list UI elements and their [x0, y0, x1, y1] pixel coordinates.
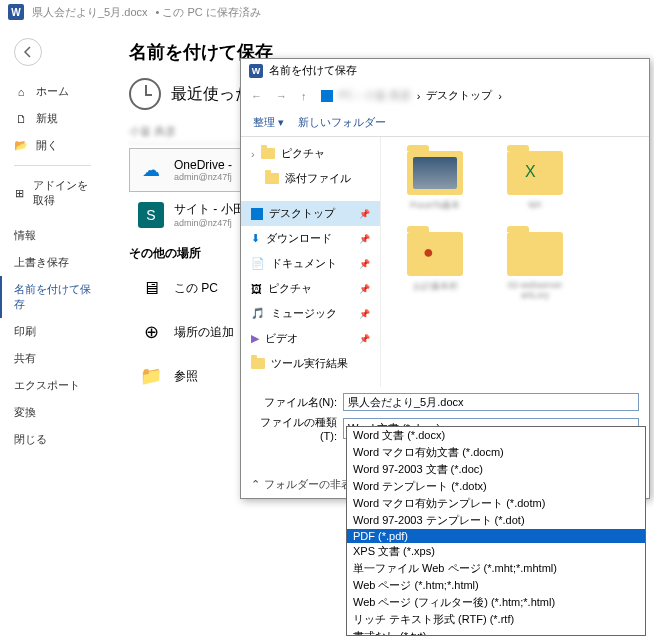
- file-grid: PoceITs藤本 Xspc ●お計藤本村 02-webserver artLo…: [381, 137, 649, 387]
- tree-desktop[interactable]: デスクトップ📌: [241, 201, 380, 226]
- pin-icon[interactable]: 📌: [359, 234, 370, 244]
- document-icon: 📄: [251, 257, 265, 270]
- nav-transform[interactable]: 変換: [0, 399, 105, 426]
- folder-tile[interactable]: PoceITs藤本: [395, 151, 475, 212]
- dropdown-option[interactable]: Word マクロ有効テンプレート (*.dotm): [347, 495, 645, 512]
- tree-pictures[interactable]: ›ピクチャ: [241, 141, 380, 166]
- onedrive-icon: ☁: [138, 157, 164, 183]
- folder-icon: [251, 358, 265, 369]
- dropdown-option[interactable]: Web ページ (*.htm;*.html): [347, 577, 645, 594]
- desktop-icon: [251, 208, 263, 220]
- backstage-sidebar: ⌂ホーム 🗋新規 📂開く ⊞アドインを取得 情報 上書き保存 名前を付けて保存 …: [0, 24, 105, 641]
- nav-info[interactable]: 情報: [0, 222, 105, 249]
- nav-back-icon[interactable]: ←: [251, 90, 262, 102]
- nav-save[interactable]: 上書き保存: [0, 249, 105, 276]
- nav-close[interactable]: 閉じる: [0, 426, 105, 453]
- pin-icon[interactable]: 📌: [359, 309, 370, 319]
- nav-saveas[interactable]: 名前を付けて保存: [0, 276, 105, 318]
- pin-icon[interactable]: 📌: [359, 334, 370, 344]
- word-app-icon: W: [8, 4, 24, 20]
- tree-music[interactable]: 🎵ミュージック📌: [241, 301, 380, 326]
- video-icon: ▶: [251, 332, 259, 345]
- pin-icon[interactable]: 📌: [359, 259, 370, 269]
- folder-tile[interactable]: 02-webserver artLory: [495, 232, 575, 300]
- chevron-up-icon: ⌃: [251, 478, 260, 491]
- title-filename: 県人会だより_5月.docx: [32, 5, 148, 20]
- drive-icon: [321, 90, 333, 102]
- folder-tile[interactable]: ●お計藤本村: [395, 232, 475, 300]
- dropdown-option-pdf[interactable]: PDF (*.pdf): [347, 529, 645, 543]
- home-icon: ⌂: [14, 85, 28, 99]
- open-icon: 📂: [14, 139, 28, 153]
- nav-home[interactable]: ⌂ホーム: [0, 78, 105, 105]
- nav-forward-icon[interactable]: →: [276, 90, 287, 102]
- title-saved: • この PC に保存済み: [156, 5, 261, 20]
- nav-up-icon[interactable]: ↑: [301, 90, 307, 102]
- folder-tree: ›ピクチャ 添付ファイル デスクトップ📌 ⬇ダウンロード📌 📄ドキュメント📌 🖼…: [241, 137, 381, 387]
- nav-addins[interactable]: ⊞アドインを取得: [0, 172, 105, 214]
- nav-share[interactable]: 共有: [0, 345, 105, 372]
- pc-icon: 🖥: [138, 275, 164, 301]
- arrow-left-icon: [21, 45, 35, 59]
- folder-icon: [265, 173, 279, 184]
- filename-input[interactable]: [343, 393, 639, 411]
- sharepoint-icon: S: [138, 202, 164, 228]
- tree-pictures2[interactable]: 🖼ピクチャ📌: [241, 276, 380, 301]
- addins-icon: ⊞: [14, 186, 25, 200]
- filetype-label: ファイルの種類(T):: [251, 415, 337, 442]
- tree-documents[interactable]: 📄ドキュメント📌: [241, 251, 380, 276]
- pin-icon[interactable]: 📌: [359, 284, 370, 294]
- pin-icon[interactable]: 📌: [359, 209, 370, 219]
- tree-attach[interactable]: 添付ファイル: [241, 166, 380, 191]
- titlebar: W 県人会だより_5月.docx • この PC に保存済み: [0, 0, 654, 24]
- dropdown-option[interactable]: XPS 文書 (*.xps): [347, 543, 645, 560]
- dropdown-option[interactable]: Word テンプレート (*.dotx): [347, 478, 645, 495]
- folder-tile[interactable]: Xspc: [495, 151, 575, 212]
- nav-export[interactable]: エクスポート: [0, 372, 105, 399]
- dropdown-option[interactable]: 単一ファイル Web ページ (*.mht;*.mhtml): [347, 560, 645, 577]
- nav-open[interactable]: 📂開く: [0, 132, 105, 159]
- dropdown-option[interactable]: Word 97-2003 文書 (*.doc): [347, 461, 645, 478]
- word-app-icon: W: [249, 64, 263, 78]
- dialog-titlebar: W 名前を付けて保存: [241, 59, 649, 82]
- nav-new[interactable]: 🗋新規: [0, 105, 105, 132]
- dropdown-option[interactable]: リッチ テキスト形式 (RTF) (*.rtf): [347, 611, 645, 628]
- folder-icon: [261, 148, 275, 159]
- dialog-toolbar: 整理 ▾ 新しいフォルダー: [241, 109, 649, 137]
- filename-label: ファイル名(N):: [251, 395, 337, 410]
- newfolder-button[interactable]: 新しいフォルダー: [298, 115, 386, 130]
- dropdown-option[interactable]: Word 文書 (*.docx): [347, 427, 645, 444]
- back-button[interactable]: [14, 38, 42, 66]
- folder-icon: ●: [407, 232, 463, 276]
- dropdown-option[interactable]: Web ページ (フィルター後) (*.htm;*.html): [347, 594, 645, 611]
- browse-icon: 📁: [138, 363, 164, 389]
- addplace-icon: ⊕: [138, 319, 164, 345]
- folder-icon: [407, 151, 463, 195]
- tree-downloads[interactable]: ⬇ダウンロード📌: [241, 226, 380, 251]
- nav-print[interactable]: 印刷: [0, 318, 105, 345]
- download-icon: ⬇: [251, 232, 260, 245]
- music-icon: 🎵: [251, 307, 265, 320]
- new-icon: 🗋: [14, 112, 28, 126]
- dialog-nav: ← → ↑ PC › 小畠 典彦 › デスクトップ ›: [241, 82, 649, 109]
- dropdown-option[interactable]: Word マクロ有効文書 (*.docm): [347, 444, 645, 461]
- clock-icon: [129, 78, 161, 110]
- dropdown-option[interactable]: Word 97-2003 テンプレート (*.dot): [347, 512, 645, 529]
- organize-menu[interactable]: 整理 ▾: [253, 115, 284, 130]
- breadcrumb[interactable]: PC › 小畠 典彦 › デスクトップ ›: [321, 88, 502, 103]
- filetype-dropdown: Word 文書 (*.docx) Word マクロ有効文書 (*.docm) W…: [346, 426, 646, 636]
- folder-icon: [507, 232, 563, 276]
- picture-icon: 🖼: [251, 283, 262, 295]
- dropdown-option[interactable]: 書式なし (*.txt): [347, 628, 645, 636]
- tree-tools[interactable]: ツール実行結果: [241, 351, 380, 376]
- tree-videos[interactable]: ▶ビデオ📌: [241, 326, 380, 351]
- folder-icon: X: [507, 151, 563, 195]
